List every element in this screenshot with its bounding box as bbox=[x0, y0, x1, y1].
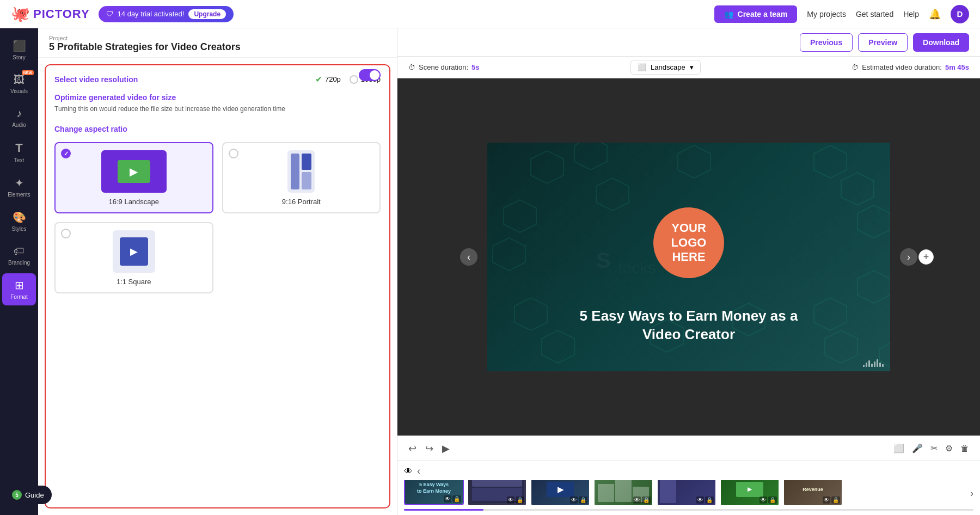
captions-icon[interactable]: ⬜ bbox=[893, 443, 904, 453]
svg-marker-4 bbox=[841, 173, 874, 205]
thumb-eye-icon-4: 👁 bbox=[696, 496, 704, 504]
sidebar-item-format[interactable]: ⊞ Format bbox=[2, 273, 36, 305]
next-scene-button[interactable]: › bbox=[900, 248, 917, 266]
thumb-eye-icon-6: 👁 bbox=[823, 496, 830, 504]
left-panel: Project 5 Profitable Strategies for Vide… bbox=[38, 28, 397, 515]
styles-icon: 🎨 bbox=[13, 211, 26, 224]
svg-marker-1 bbox=[574, 143, 607, 170]
sidebar-label-branding: Branding bbox=[8, 260, 30, 266]
sidebar: ⬛ Story NEW 🖼 Visuals ♪ Audio T Text ✦ E… bbox=[0, 28, 38, 515]
toolbar-buttons: Previous Preview Download bbox=[800, 33, 969, 52]
branding-icon: 🏷 bbox=[14, 245, 24, 258]
square-preview: ▶ bbox=[101, 230, 167, 273]
prev-scene-button[interactable]: ‹ bbox=[460, 248, 477, 266]
res-720-label: 720p bbox=[325, 75, 341, 83]
chevron-down-icon: ▾ bbox=[690, 63, 694, 71]
logo: 🐙 PICTORY bbox=[11, 5, 90, 23]
redo-button[interactable]: ↪ bbox=[425, 443, 433, 455]
thumb-icons-5: 👁 🔒 bbox=[759, 496, 777, 504]
svg-marker-7 bbox=[493, 238, 525, 271]
guide-button[interactable]: 5 Guide bbox=[4, 486, 52, 504]
clock2-icon: ⏱ bbox=[852, 63, 859, 71]
visuals-icon: 🖼 bbox=[14, 73, 24, 86]
scene-thumb-intro[interactable]: 5 Easy Waysto Earn Money 👁 🔒 Intro scene bbox=[404, 480, 464, 507]
microphone-icon[interactable]: 🎤 bbox=[912, 443, 923, 453]
aspect-card-portrait[interactable]: 9:16 Portrait bbox=[222, 142, 381, 213]
notification-bell-icon[interactable]: 🔔 bbox=[929, 8, 941, 20]
thumb-eye-icon-5: 👁 bbox=[759, 496, 767, 504]
project-breadcrumb: Project bbox=[49, 35, 386, 41]
create-team-label: Create a team bbox=[738, 10, 788, 19]
sidebar-item-story[interactable]: ⬛ Story bbox=[2, 34, 36, 66]
svg-text:S: S bbox=[596, 248, 611, 272]
trial-text: 14 day trial activated! bbox=[118, 10, 185, 18]
user-avatar[interactable]: D bbox=[951, 5, 969, 23]
svg-marker-0 bbox=[531, 151, 564, 183]
guide-label: Guide bbox=[25, 491, 44, 499]
sidebar-label-format: Format bbox=[10, 294, 28, 300]
orientation-select[interactable]: ⬜ Landscape ▾ bbox=[630, 60, 701, 75]
landscape-radio bbox=[61, 149, 71, 158]
scene-thumb-1[interactable]: 👁 🔒 Scene 1 bbox=[467, 480, 527, 507]
upgrade-button[interactable]: Upgrade bbox=[188, 9, 226, 19]
scene-thumb-3[interactable]: 👁 🔒 Scene 3 bbox=[593, 480, 653, 507]
video-title: 5 Easy Ways to Earn Money as aVideo Crea… bbox=[487, 307, 890, 344]
create-team-button[interactable]: 👥 Create a team bbox=[714, 5, 798, 23]
aspect-card-square[interactable]: ▶ 1:1 Square bbox=[54, 222, 213, 293]
download-button[interactable]: Download bbox=[913, 33, 969, 52]
scene-thumb-5[interactable]: ▶ 👁 🔒 Scene 5 bbox=[720, 480, 780, 507]
sidebar-item-branding[interactable]: 🏷 Branding bbox=[2, 240, 36, 271]
sidebar-item-styles[interactable]: 🎨 Styles bbox=[2, 205, 36, 237]
elements-icon: ✦ bbox=[15, 176, 24, 189]
svg-marker-2 bbox=[596, 178, 629, 211]
format-panel: Select video resolution ✔ 720p 1080p bbox=[45, 64, 390, 508]
add-scene-button[interactable]: + bbox=[918, 249, 934, 265]
optimize-toggle[interactable] bbox=[359, 69, 381, 81]
toggle-knob bbox=[370, 70, 379, 80]
sidebar-item-audio[interactable]: ♪ Audio bbox=[2, 102, 36, 133]
square-radio bbox=[61, 229, 71, 238]
topbar: 🐙 PICTORY 🛡 14 day trial activated! Upgr… bbox=[0, 0, 980, 28]
shield-icon: 🛡 bbox=[106, 10, 113, 18]
square-play-icon: ▶ bbox=[130, 246, 138, 258]
thumb-lock-icon: 🔒 bbox=[452, 495, 461, 502]
settings-icon[interactable]: ⚙ bbox=[945, 443, 953, 453]
optimize-label: Optimize generated video for size bbox=[54, 93, 359, 102]
main-layout: ⬛ Story NEW 🖼 Visuals ♪ Audio T Text ✦ E… bbox=[0, 28, 980, 515]
timeline-left-arrow[interactable]: ‹ bbox=[417, 465, 420, 477]
playback-controls: ↩ ↪ ▶ bbox=[408, 443, 450, 455]
scene-thumb-2[interactable]: ▶ 👁 🔒 Scene 2 bbox=[530, 480, 590, 507]
portrait-preview bbox=[268, 150, 334, 193]
aspect-card-landscape[interactable]: ▶ 16:9 Landscape bbox=[54, 142, 213, 213]
trash-icon[interactable]: 🗑 bbox=[960, 444, 969, 453]
res-720-option[interactable]: ✔ 720p bbox=[315, 74, 341, 84]
portrait-radio bbox=[229, 149, 238, 158]
scene-info-bar: ⏱ Scene duration: 5s ⬜ Landscape ▾ ⏱ Est… bbox=[397, 57, 980, 78]
sidebar-item-visuals[interactable]: NEW 🖼 Visuals bbox=[2, 68, 36, 100]
timeline-right-arrow[interactable]: › bbox=[970, 488, 973, 499]
scene-thumb-6[interactable]: Revenue 👁 🔒 Scene 6 bbox=[783, 480, 843, 507]
sidebar-label-story: Story bbox=[13, 54, 25, 60]
new-badge: NEW bbox=[22, 70, 34, 75]
project-title: 5 Profitable Strategies for Video Creato… bbox=[49, 41, 386, 53]
landscape-icon: ⬜ bbox=[638, 63, 646, 71]
scene-thumb-4[interactable]: 👁 🔒 Scene 4 bbox=[657, 480, 716, 507]
preview-button[interactable]: Preview bbox=[858, 33, 908, 52]
change-ratio-label[interactable]: Change aspect ratio bbox=[54, 125, 381, 133]
progress-bar bbox=[404, 509, 973, 511]
play-button[interactable]: ▶ bbox=[442, 443, 450, 455]
resolution-label: Select video resolution bbox=[54, 75, 138, 84]
previous-button[interactable]: Previous bbox=[800, 33, 853, 52]
get-started-link[interactable]: Get started bbox=[856, 10, 893, 19]
sidebar-item-text[interactable]: T Text bbox=[2, 136, 36, 169]
cut-icon[interactable]: ✂ bbox=[930, 443, 938, 453]
sidebar-item-elements[interactable]: ✦ Elements bbox=[2, 171, 36, 203]
playback-bar: ↩ ↪ ▶ ⬜ 🎤 ✂ ⚙ 🗑 bbox=[397, 436, 980, 461]
eye-icon: 👁 bbox=[404, 467, 413, 476]
undo-button[interactable]: ↩ bbox=[408, 443, 416, 455]
help-link[interactable]: Help bbox=[903, 10, 919, 19]
my-projects-link[interactable]: My projects bbox=[807, 10, 846, 19]
svg-marker-14 bbox=[678, 145, 710, 178]
check-icon: ✔ bbox=[315, 74, 322, 84]
logo-icon: 🐙 bbox=[11, 5, 30, 23]
